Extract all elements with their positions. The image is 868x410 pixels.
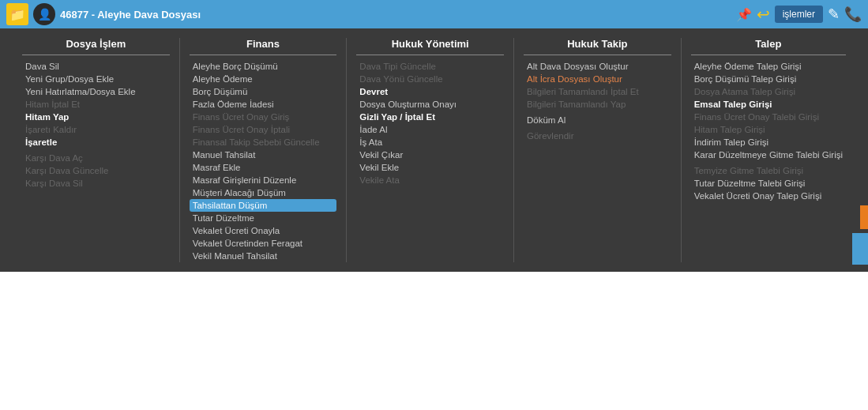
- menu-item-2-2[interactable]: Devret: [356, 85, 504, 98]
- bookmark: [860, 205, 868, 229]
- menu-item-3-1[interactable]: Alt İcra Dosyası Oluştur: [524, 73, 671, 85]
- menu-item-4-6[interactable]: İndirim Talep Girişi: [691, 136, 846, 149]
- menu-col-title-3: Hukuk Takip: [524, 38, 671, 55]
- menu-item-4-9: Temyize Gitme Talebi Girişi: [691, 164, 846, 177]
- menu-item-4-5: Hitam Talep Girişi: [691, 123, 846, 136]
- menu-item-3-5[interactable]: Döküm Al: [524, 114, 671, 126]
- menu-item-1-14[interactable]: Vekalet Ücretinden Feragat: [190, 237, 337, 250]
- menu-item-3-3: Bilgileri Tamamlandı Yap: [524, 98, 671, 111]
- menu-item-4-1[interactable]: Borç Düşümü Talep Girişi: [691, 73, 846, 85]
- mega-menu: Dosya İşlemDava SilYeni Grup/Dosya EkleY…: [0, 28, 868, 272]
- menu-item-1-3[interactable]: Fazla Ödeme İadesi: [190, 98, 337, 111]
- menu-col-2: Hukuk YönetimiDava Tipi GüncelleDava Yön…: [347, 38, 514, 262]
- menu-item-0-0[interactable]: Dava Sil: [22, 60, 170, 73]
- menu-item-1-9[interactable]: Masraf Girişlerini Düzenle: [190, 174, 337, 186]
- menu-item-4-3[interactable]: Emsal Talep Girişi: [691, 98, 846, 111]
- menu-col-3: Hukuk TakipAlt Dava Dosyası OluşturAlt İ…: [514, 38, 682, 262]
- menu-item-1-2[interactable]: Borç Düşümü: [190, 85, 337, 98]
- menu-item-0-4[interactable]: Hitam Yap: [22, 111, 170, 123]
- menu-item-0-8: Karşı Dava Aç: [22, 152, 170, 164]
- menu-item-0-3: Hitam İptal Et: [22, 98, 170, 111]
- menu-item-3-0[interactable]: Alt Dava Dosyası Oluştur: [524, 60, 671, 73]
- menu-item-2-3[interactable]: Dosya Oluşturma Onayı: [356, 98, 504, 111]
- folder-icon: 📁: [6, 3, 28, 25]
- menu-item-2-4[interactable]: Gizli Yap / İptal Et: [356, 111, 504, 123]
- menu-item-4-7[interactable]: Karar Düzeltmeye Gitme Talebi Girişi: [691, 149, 846, 161]
- menu-item-2-6[interactable]: İş Ata: [356, 136, 504, 149]
- menu-item-2-8[interactable]: Vekil Ekle: [356, 161, 504, 174]
- menu-item-2-7[interactable]: Vekil Çıkar: [356, 149, 504, 161]
- menu-item-1-15[interactable]: Vekil Manuel Tahsilat: [190, 250, 337, 262]
- menu-item-3-2: Bilgileri Tamamlandı İptal Et: [524, 85, 671, 98]
- phone-icon[interactable]: 📞: [844, 6, 862, 23]
- menu-item-2-0: Dava Tipi Güncelle: [356, 60, 504, 73]
- menu-item-3-7: Görevlendir: [524, 130, 671, 142]
- menu-item-1-5: Finans Ücret Onay İptali: [190, 123, 337, 136]
- menu-item-0-2[interactable]: Yeni Hatırlatma/Dosya Ekle: [22, 85, 170, 98]
- menu-item-2-9: Vekile Ata: [356, 174, 504, 186]
- menu-item-1-10[interactable]: Müşteri Alacağı Düşüm: [190, 186, 337, 199]
- blue-bar: [852, 233, 868, 265]
- menu-item-4-11[interactable]: Vekalet Ücreti Onay Talep Girişi: [691, 190, 846, 202]
- menu-col-4: TalepAleyhe Ödeme Talep GirişiBorç Düşüm…: [682, 38, 855, 262]
- menu-item-4-10[interactable]: Tutar Düzeltme Talebi Girişi: [691, 177, 846, 190]
- top-bar: 📁 👤 46877 - Aleyhe Dava Dosyası 📌 ↩ işle…: [0, 0, 868, 28]
- menu-item-0-5: İşaretı Kaldır: [22, 123, 170, 136]
- menu-col-0: Dosya İşlemDava SilYeni Grup/Dosya EkleY…: [13, 38, 180, 262]
- menu-item-1-1[interactable]: Aleyhe Ödeme: [190, 73, 337, 85]
- menu-item-0-1[interactable]: Yeni Grup/Dosya Ekle: [22, 73, 170, 85]
- menu-item-2-1: Dava Yönü Güncelle: [356, 73, 504, 85]
- menu-col-title-4: Talep: [691, 38, 846, 55]
- menu-item-1-12[interactable]: Tutar Düzeltme: [190, 212, 337, 224]
- menu-col-title-1: Finans: [190, 38, 337, 55]
- edit-icon[interactable]: ✎: [828, 6, 840, 23]
- menu-col-title-2: Hukuk Yönetimi: [356, 38, 504, 55]
- menu-item-1-11[interactable]: Tahsilattan Düşüm: [190, 199, 337, 212]
- menu-item-4-0[interactable]: Aleyhe Ödeme Talep Girişi: [691, 60, 846, 73]
- menu-item-1-0[interactable]: Aleyhe Borç Düşümü: [190, 60, 337, 73]
- menu-item-1-7[interactable]: Manuel Tahsilat: [190, 149, 337, 161]
- menu-col-1: FinansAleyhe Borç DüşümüAleyhe ÖdemeBorç…: [180, 38, 348, 262]
- menu-item-1-6: Finansal Takip Sebebi Güncelle: [190, 136, 337, 149]
- menu-item-4-4: Finans Ücret Onay Talebi Girişi: [691, 111, 846, 123]
- back-button[interactable]: ↩: [757, 5, 770, 24]
- menu-item-2-5[interactable]: İade Al: [356, 123, 504, 136]
- case-title: 46877 - Aleyhe Dava Dosyası: [60, 9, 731, 21]
- pin-icon[interactable]: 📌: [736, 7, 752, 22]
- user-icon: 👤: [33, 3, 55, 25]
- top-bar-right: ↩ işlemler ✎ 📞: [757, 5, 862, 24]
- menu-item-0-9: Karşı Dava Güncelle: [22, 164, 170, 177]
- menu-item-0-6[interactable]: İşaretle: [22, 136, 170, 149]
- menu-item-1-8[interactable]: Masraf Ekle: [190, 161, 337, 174]
- islemler-button[interactable]: işlemler: [775, 6, 823, 23]
- menu-item-4-2: Dosya Atama Talep Girişi: [691, 85, 846, 98]
- menu-item-1-4: Finans Ücret Onay Giriş: [190, 111, 337, 123]
- menu-item-0-10: Karşı Dava Sil: [22, 177, 170, 190]
- menu-col-title-0: Dosya İşlem: [22, 38, 170, 55]
- menu-item-1-13[interactable]: Vekalet Ücreti Onayla: [190, 224, 337, 237]
